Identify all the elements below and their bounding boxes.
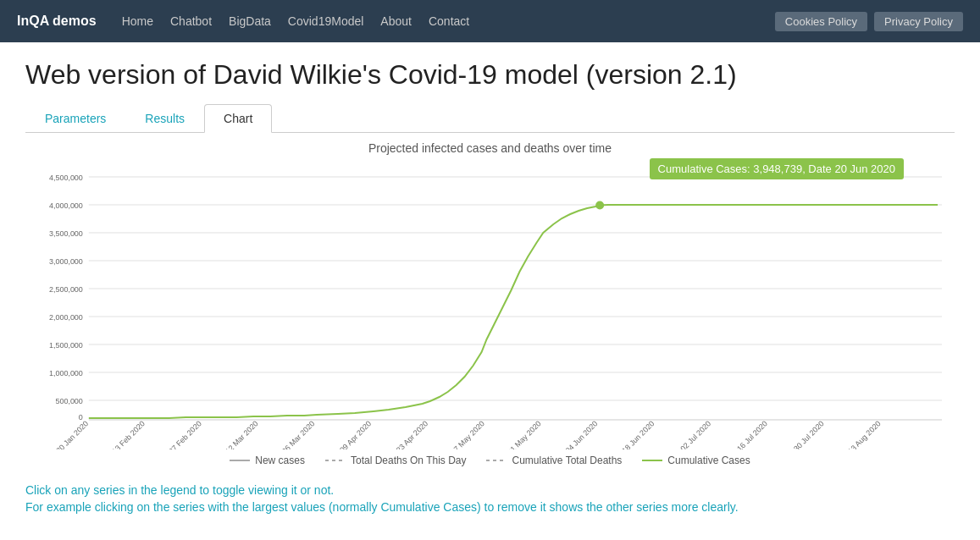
legend-cumulative-cases-label: Cumulative Cases [667, 455, 750, 466]
chart-legend: New cases Total Deaths On This Day Cumul… [34, 455, 946, 466]
svg-text:4,500,000: 4,500,000 [49, 174, 83, 182]
legend-total-deaths[interactable]: Total Deaths On This Day [325, 455, 467, 466]
nav-buttons: Cookies Policy Privacy Policy [775, 12, 963, 31]
svg-text:2,000,000: 2,000,000 [49, 313, 83, 322]
svg-text:27 Feb 2020: 27 Feb 2020 [167, 419, 203, 449]
svg-text:12 Mar 2020: 12 Mar 2020 [224, 419, 260, 449]
legend-new-cases-label: New cases [255, 455, 305, 466]
svg-text:09 Apr 2020: 09 Apr 2020 [338, 419, 373, 449]
svg-text:3,500,000: 3,500,000 [49, 229, 83, 238]
nav-brand[interactable]: InQA demos [17, 14, 97, 29]
svg-text:1,500,000: 1,500,000 [49, 341, 83, 350]
legend-total-deaths-line [325, 460, 346, 461]
tab-parameters[interactable]: Parameters [25, 104, 125, 133]
tab-results[interactable]: Results [125, 104, 204, 133]
legend-new-cases[interactable]: New cases [230, 455, 305, 466]
svg-text:18 Jun 2020: 18 Jun 2020 [620, 419, 656, 449]
legend-total-deaths-label: Total Deaths On This Day [351, 455, 467, 466]
nav-about[interactable]: About [380, 14, 412, 28]
chart-title: Projected infected cases and deaths over… [34, 141, 946, 155]
cumulative-cases-line[interactable] [89, 205, 938, 418]
legend-cumulative-deaths-label: Cumulative Total Deaths [512, 455, 622, 466]
svg-text:23 Apr 2020: 23 Apr 2020 [395, 419, 429, 449]
tab-bar: Parameters Results Chart [25, 104, 955, 133]
svg-text:21 May 2020: 21 May 2020 [506, 419, 543, 449]
svg-text:02 Jul 2020: 02 Jul 2020 [678, 419, 712, 449]
legend-cumulative-deaths-line [486, 460, 507, 461]
svg-text:30 Jul 2020: 30 Jul 2020 [792, 419, 826, 449]
chart-svg[interactable]: 4,500,000 4,000,000 3,500,000 3,000,000 … [34, 162, 946, 449]
svg-text:13 Aug 2020: 13 Aug 2020 [846, 419, 883, 449]
legend-cumulative-cases-line [642, 460, 662, 461]
navbar: InQA demos Home Chatbot BigData Covid19M… [0, 0, 980, 42]
svg-text:30 Jan 2020: 30 Jan 2020 [54, 419, 90, 449]
svg-text:16 Jul 2020: 16 Jul 2020 [735, 419, 769, 449]
svg-text:07 May 2020: 07 May 2020 [449, 419, 486, 449]
page-title: Web version of David Wilkie's Covid-19 m… [25, 59, 955, 91]
footer-text: Click on any series in the legend to tog… [0, 475, 980, 526]
legend-cumulative-deaths[interactable]: Cumulative Total Deaths [486, 455, 622, 466]
cookies-policy-button[interactable]: Cookies Policy [775, 12, 867, 31]
legend-cumulative-cases[interactable]: Cumulative Cases [642, 455, 750, 466]
svg-text:13 Feb 2020: 13 Feb 2020 [110, 419, 147, 449]
tab-chart[interactable]: Chart [204, 104, 272, 133]
nav-home[interactable]: Home [122, 14, 153, 28]
privacy-policy-button[interactable]: Privacy Policy [874, 12, 963, 31]
tooltip-dot [595, 201, 604, 210]
footer-line2: For example clicking on the series with … [25, 500, 955, 514]
svg-text:4,000,000: 4,000,000 [49, 201, 83, 210]
nav-contact[interactable]: Contact [429, 14, 469, 28]
main-content: Web version of David Wilkie's Covid-19 m… [0, 42, 980, 475]
chart-container: Projected infected cases and deaths over… [25, 133, 955, 466]
svg-text:26 Mar 2020: 26 Mar 2020 [280, 419, 317, 449]
chart-tooltip: Cumulative Cases: 3,948,739, Date 20 Jun… [650, 158, 904, 179]
nav-bigdata[interactable]: BigData [229, 14, 271, 28]
nav-chatbot[interactable]: Chatbot [170, 14, 212, 28]
nav-links: Home Chatbot BigData Covid19Model About … [122, 14, 775, 28]
nav-covid19model[interactable]: Covid19Model [288, 14, 364, 28]
svg-text:1,000,000: 1,000,000 [49, 369, 83, 377]
svg-text:04 Jun 2020: 04 Jun 2020 [564, 419, 600, 449]
footer-line1: Click on any series in the legend to tog… [25, 483, 955, 497]
svg-text:500,000: 500,000 [55, 397, 82, 405]
legend-new-cases-line [230, 460, 250, 461]
svg-text:2,500,000: 2,500,000 [49, 285, 83, 294]
svg-text:3,000,000: 3,000,000 [49, 257, 83, 266]
